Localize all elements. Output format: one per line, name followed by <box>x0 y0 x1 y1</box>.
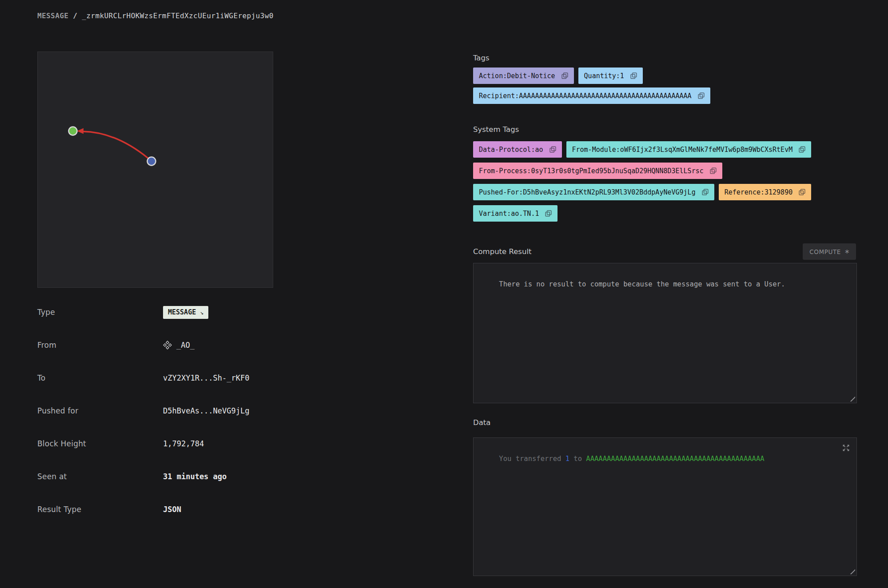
breadcrumb-section[interactable]: MESSAGE <box>37 12 68 20</box>
tag-label: Data-Protocol:ao <box>479 146 543 154</box>
message-details: Type MESSAGE ↘ From _AO_ To vZY2XY1R...S… <box>37 296 286 526</box>
system-tags-row-3: Pushed-For:D5hBveAsyz1nxEKtN2pRL93Ml3V02… <box>473 184 811 200</box>
tag-label: Action:Debit-Notice <box>479 72 555 80</box>
system-tags-title: System Tags <box>473 125 519 134</box>
copy-icon[interactable] <box>561 72 568 79</box>
detail-label: From <box>37 341 163 350</box>
copy-icon[interactable] <box>799 146 805 153</box>
copy-icon[interactable] <box>630 72 637 79</box>
message-graph-panel[interactable] <box>37 52 273 288</box>
tag-label: Quantity:1 <box>584 72 624 80</box>
tag-label: Pushed-For:D5hBveAsyz1nxEKtN2pRL93Ml3V02… <box>479 188 696 196</box>
tag-from-process: From-Process:0syT13r0s0tgPmIed95bJnuSqaD… <box>473 163 722 179</box>
tag-action: Action:Debit-Notice <box>473 68 574 84</box>
data-segment-address: AAAAAAAAAAAAAAAAAAAAAAAAAAAAAAAAAAAAAAAA… <box>586 455 764 463</box>
compute-result-title: Compute Result <box>473 243 857 260</box>
breadcrumb-separator: / <box>73 12 77 20</box>
copy-icon[interactable] <box>799 189 805 195</box>
data-segment-quantity: 1 <box>565 455 569 463</box>
ao-entity-icon <box>163 341 172 350</box>
detail-row-result-type: Result Type JSON <box>37 493 286 526</box>
tags-title: Tags <box>473 54 490 62</box>
compute-result-header: Compute Result COMPUTE * <box>473 243 857 260</box>
message-graph <box>38 52 273 287</box>
data-title: Data <box>473 418 490 427</box>
detail-label: Seen at <box>37 472 163 481</box>
compute-button[interactable]: COMPUTE * <box>803 243 856 260</box>
seen-at-value: 31 minutes ago <box>163 472 227 481</box>
from-entity-link[interactable]: _AO_ <box>176 341 195 350</box>
system-tags-row-4: Variant:ao.TN.1 <box>473 205 557 222</box>
detail-row-seen-at: Seen at 31 minutes ago <box>37 460 286 493</box>
detail-label: Pushed for <box>37 406 163 415</box>
to-entity-link[interactable]: vZY2XY1R...Sh-_rKF0 <box>163 373 249 382</box>
detail-label: Type <box>37 308 163 317</box>
tags-row-2: Recipient:AAAAAAAAAAAAAAAAAAAAAAAAAAAAAA… <box>473 87 710 104</box>
detail-row-type: Type MESSAGE ↘ <box>37 296 286 329</box>
compute-result-box[interactable]: There is no result to compute because th… <box>473 263 857 403</box>
copy-icon[interactable] <box>550 146 556 153</box>
tag-label: From-Module:oWF6Ijx2f3LsqXmGlMeNk7feMVIw… <box>572 146 793 154</box>
result-type-value: JSON <box>163 505 181 514</box>
tag-from-module: From-Module:oWF6Ijx2f3LsqXmGlMeNk7feMVIw… <box>566 141 812 158</box>
tag-quantity: Quantity:1 <box>578 68 643 84</box>
copy-icon[interactable] <box>698 92 705 99</box>
compute-result-text: There is no result to compute because th… <box>499 280 785 288</box>
tag-pushed-for: Pushed-For:D5hBveAsyz1nxEKtN2pRL93Ml3V02… <box>473 184 714 200</box>
detail-label: Result Type <box>37 505 163 514</box>
tag-label: Recipient:AAAAAAAAAAAAAAAAAAAAAAAAAAAAAA… <box>479 92 692 100</box>
tag-label: From-Process:0syT13r0s0tgPmIed95bJnuSqaD… <box>479 167 704 175</box>
detail-row-to: To vZY2XY1R...Sh-_rKF0 <box>37 362 286 394</box>
system-tags-row-2: From-Process:0syT13r0s0tgPmIed95bJnuSqaD… <box>473 163 722 179</box>
resize-grip-icon[interactable] <box>849 568 855 574</box>
breadcrumb-message-id: _zrmkURCLrHOKWzsErmFTEdXzcUEur1iWGErepju… <box>82 12 273 20</box>
detail-row-block-height: Block Height 1,792,784 <box>37 427 286 460</box>
copy-icon[interactable] <box>702 189 709 195</box>
tag-data-protocol: Data-Protocol:ao <box>473 141 562 158</box>
tag-label: Reference:3129890 <box>725 188 793 196</box>
tag-recipient: Recipient:AAAAAAAAAAAAAAAAAAAAAAAAAAAAAA… <box>473 87 710 104</box>
copy-icon[interactable] <box>545 210 552 217</box>
message-arrow-icon: ↘ <box>200 309 203 316</box>
breadcrumb: MESSAGE / _zrmkURCLrHOKWzsErmFTEdXzcUEur… <box>37 12 274 20</box>
tag-variant: Variant:ao.TN.1 <box>473 205 557 222</box>
detail-label: To <box>37 373 163 382</box>
expand-icon[interactable] <box>841 443 850 452</box>
tag-label: Variant:ao.TN.1 <box>479 210 539 218</box>
to-node[interactable] <box>147 157 156 166</box>
detail-row-from: From _AO_ <box>37 329 286 362</box>
tags-row-1: Action:Debit-Notice Quantity:1 <box>473 68 643 84</box>
compute-button-label: COMPUTE <box>809 248 841 255</box>
data-box[interactable]: You transferred 1 to AAAAAAAAAAAAAAAAAAA… <box>473 437 857 576</box>
tag-reference: Reference:3129890 <box>719 184 812 200</box>
copy-icon[interactable] <box>710 167 717 174</box>
block-height-value: 1,792,784 <box>163 439 204 448</box>
data-segment: You transferred <box>499 455 565 463</box>
resize-grip-icon[interactable] <box>849 395 855 401</box>
from-node[interactable] <box>69 127 77 135</box>
system-tags-row-1: Data-Protocol:ao From-Module:oWF6Ijx2f3L… <box>473 141 811 158</box>
data-segment: to <box>569 455 586 463</box>
type-badge-label: MESSAGE <box>168 308 196 316</box>
type-badge: MESSAGE ↘ <box>163 306 208 319</box>
edge-line <box>83 131 148 158</box>
pushed-for-link[interactable]: D5hBveAs...NeVG9jLg <box>163 406 249 415</box>
detail-label: Block Height <box>37 439 163 448</box>
edge-arrowhead <box>77 128 84 134</box>
detail-row-pushed-for: Pushed for D5hBveAs...NeVG9jLg <box>37 394 286 427</box>
